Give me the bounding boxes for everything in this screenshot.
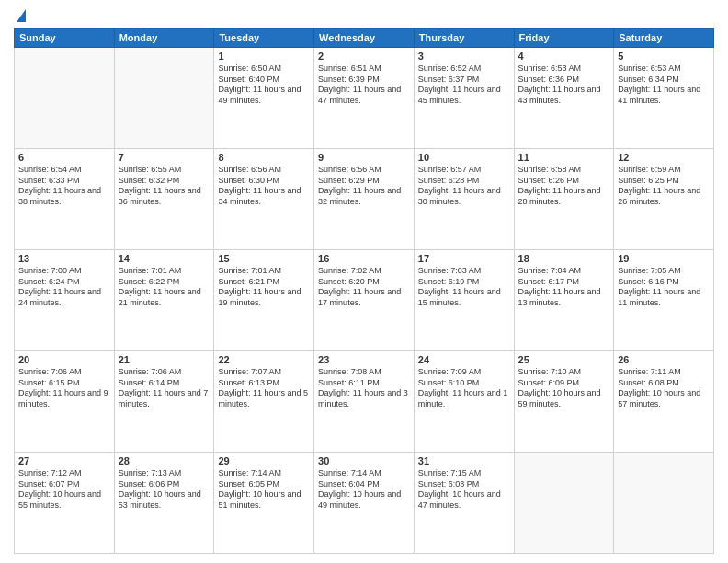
calendar-header-cell: Tuesday bbox=[214, 29, 314, 48]
calendar-cell: 15Sunrise: 7:01 AM Sunset: 6:21 PM Dayli… bbox=[214, 250, 314, 351]
cell-info: Sunrise: 6:59 AM Sunset: 6:25 PM Dayligh… bbox=[618, 165, 710, 208]
cell-info: Sunrise: 7:03 AM Sunset: 6:19 PM Dayligh… bbox=[418, 266, 510, 309]
day-number: 20 bbox=[18, 354, 110, 365]
cell-info: Sunrise: 7:13 AM Sunset: 6:06 PM Dayligh… bbox=[119, 468, 210, 511]
calendar-cell: 26Sunrise: 7:11 AM Sunset: 6:08 PM Dayli… bbox=[614, 351, 714, 453]
calendar-cell: 6Sunrise: 6:54 AM Sunset: 6:33 PM Daylig… bbox=[15, 149, 115, 250]
calendar-week-row: 1Sunrise: 6:50 AM Sunset: 6:40 PM Daylig… bbox=[15, 48, 714, 149]
cell-info: Sunrise: 6:50 AM Sunset: 6:40 PM Dayligh… bbox=[218, 63, 310, 107]
cell-info: Sunrise: 6:56 AM Sunset: 6:29 PM Dayligh… bbox=[318, 165, 410, 208]
cell-info: Sunrise: 7:02 AM Sunset: 6:20 PM Dayligh… bbox=[318, 266, 410, 309]
cell-info: Sunrise: 6:55 AM Sunset: 6:32 PM Dayligh… bbox=[119, 165, 210, 208]
day-number: 29 bbox=[218, 455, 310, 466]
day-number: 8 bbox=[218, 152, 310, 163]
calendar-cell: 11Sunrise: 6:58 AM Sunset: 6:26 PM Dayli… bbox=[514, 149, 614, 250]
day-number: 3 bbox=[418, 51, 510, 62]
cell-info: Sunrise: 6:56 AM Sunset: 6:30 PM Dayligh… bbox=[218, 165, 310, 208]
day-number: 17 bbox=[418, 253, 510, 264]
calendar-cell: 27Sunrise: 7:12 AM Sunset: 6:07 PM Dayli… bbox=[15, 453, 115, 554]
cell-info: Sunrise: 7:04 AM Sunset: 6:17 PM Dayligh… bbox=[518, 266, 610, 309]
calendar-header-cell: Monday bbox=[114, 29, 214, 48]
cell-info: Sunrise: 6:51 AM Sunset: 6:39 PM Dayligh… bbox=[318, 63, 410, 107]
cell-info: Sunrise: 7:14 AM Sunset: 6:04 PM Dayligh… bbox=[318, 468, 410, 511]
cell-info: Sunrise: 7:15 AM Sunset: 6:03 PM Dayligh… bbox=[418, 468, 510, 511]
day-number: 10 bbox=[418, 152, 510, 163]
day-number: 26 bbox=[618, 354, 710, 365]
calendar-header-cell: Saturday bbox=[614, 29, 714, 48]
cell-info: Sunrise: 7:08 AM Sunset: 6:11 PM Dayligh… bbox=[318, 367, 410, 410]
cell-info: Sunrise: 7:11 AM Sunset: 6:08 PM Dayligh… bbox=[618, 367, 710, 410]
day-number: 14 bbox=[119, 253, 210, 264]
calendar-cell: 20Sunrise: 7:06 AM Sunset: 6:15 PM Dayli… bbox=[15, 351, 115, 453]
day-number: 16 bbox=[318, 253, 410, 264]
calendar-cell: 16Sunrise: 7:02 AM Sunset: 6:20 PM Dayli… bbox=[314, 250, 415, 351]
calendar-cell: 7Sunrise: 6:55 AM Sunset: 6:32 PM Daylig… bbox=[114, 149, 214, 250]
day-number: 28 bbox=[119, 455, 210, 466]
calendar-cell: 25Sunrise: 7:10 AM Sunset: 6:09 PM Dayli… bbox=[514, 351, 614, 453]
calendar-cell: 17Sunrise: 7:03 AM Sunset: 6:19 PM Dayli… bbox=[414, 250, 514, 351]
cell-info: Sunrise: 6:58 AM Sunset: 6:26 PM Dayligh… bbox=[518, 165, 610, 208]
calendar-cell bbox=[614, 453, 714, 554]
cell-info: Sunrise: 7:10 AM Sunset: 6:09 PM Dayligh… bbox=[518, 367, 610, 410]
calendar-cell bbox=[514, 453, 614, 554]
day-number: 4 bbox=[518, 51, 610, 62]
day-number: 12 bbox=[618, 152, 710, 163]
calendar-table: SundayMondayTuesdayWednesdayThursdayFrid… bbox=[14, 28, 714, 554]
calendar-cell: 2Sunrise: 6:51 AM Sunset: 6:39 PM Daylig… bbox=[314, 48, 415, 149]
calendar-cell: 13Sunrise: 7:00 AM Sunset: 6:24 PM Dayli… bbox=[15, 250, 115, 351]
day-number: 11 bbox=[518, 152, 610, 163]
day-number: 22 bbox=[218, 354, 310, 365]
calendar-cell: 4Sunrise: 6:53 AM Sunset: 6:36 PM Daylig… bbox=[514, 48, 614, 149]
calendar-header-cell: Wednesday bbox=[314, 29, 415, 48]
calendar-week-row: 20Sunrise: 7:06 AM Sunset: 6:15 PM Dayli… bbox=[15, 351, 714, 453]
logo-blue-text bbox=[14, 9, 26, 20]
logo bbox=[14, 9, 26, 20]
cell-info: Sunrise: 7:01 AM Sunset: 6:22 PM Dayligh… bbox=[119, 266, 210, 309]
cell-info: Sunrise: 6:52 AM Sunset: 6:37 PM Dayligh… bbox=[418, 63, 510, 107]
calendar-header-row: SundayMondayTuesdayWednesdayThursdayFrid… bbox=[15, 29, 714, 48]
day-number: 24 bbox=[418, 354, 510, 365]
calendar-header-cell: Friday bbox=[514, 29, 614, 48]
day-number: 30 bbox=[318, 455, 410, 466]
cell-info: Sunrise: 7:05 AM Sunset: 6:16 PM Dayligh… bbox=[618, 266, 710, 309]
cell-info: Sunrise: 7:09 AM Sunset: 6:10 PM Dayligh… bbox=[418, 367, 510, 410]
calendar-cell: 3Sunrise: 6:52 AM Sunset: 6:37 PM Daylig… bbox=[414, 48, 514, 149]
day-number: 15 bbox=[218, 253, 310, 264]
cell-info: Sunrise: 7:01 AM Sunset: 6:21 PM Dayligh… bbox=[218, 266, 310, 309]
day-number: 9 bbox=[318, 152, 410, 163]
cell-info: Sunrise: 7:12 AM Sunset: 6:07 PM Dayligh… bbox=[18, 468, 110, 511]
calendar-week-row: 27Sunrise: 7:12 AM Sunset: 6:07 PM Dayli… bbox=[15, 453, 714, 554]
cell-info: Sunrise: 7:06 AM Sunset: 6:14 PM Dayligh… bbox=[119, 367, 210, 410]
day-number: 6 bbox=[18, 152, 110, 163]
calendar-cell: 14Sunrise: 7:01 AM Sunset: 6:22 PM Dayli… bbox=[114, 250, 214, 351]
day-number: 2 bbox=[318, 51, 410, 62]
calendar-cell: 24Sunrise: 7:09 AM Sunset: 6:10 PM Dayli… bbox=[414, 351, 514, 453]
calendar-header-cell: Sunday bbox=[15, 29, 115, 48]
cell-info: Sunrise: 7:06 AM Sunset: 6:15 PM Dayligh… bbox=[18, 367, 110, 410]
cell-info: Sunrise: 6:57 AM Sunset: 6:28 PM Dayligh… bbox=[418, 165, 510, 208]
cell-info: Sunrise: 7:14 AM Sunset: 6:05 PM Dayligh… bbox=[218, 468, 310, 511]
calendar-cell: 31Sunrise: 7:15 AM Sunset: 6:03 PM Dayli… bbox=[414, 453, 514, 554]
page: SundayMondayTuesdayWednesdayThursdayFrid… bbox=[0, 0, 728, 563]
header bbox=[14, 9, 714, 20]
calendar-cell: 23Sunrise: 7:08 AM Sunset: 6:11 PM Dayli… bbox=[314, 351, 415, 453]
cell-info: Sunrise: 7:07 AM Sunset: 6:13 PM Dayligh… bbox=[218, 367, 310, 410]
logo-triangle-icon bbox=[17, 9, 26, 22]
day-number: 7 bbox=[119, 152, 210, 163]
calendar-cell: 22Sunrise: 7:07 AM Sunset: 6:13 PM Dayli… bbox=[214, 351, 314, 453]
calendar-cell: 29Sunrise: 7:14 AM Sunset: 6:05 PM Dayli… bbox=[214, 453, 314, 554]
calendar-cell bbox=[114, 48, 214, 149]
calendar-cell bbox=[15, 48, 115, 149]
calendar-cell: 5Sunrise: 6:53 AM Sunset: 6:34 PM Daylig… bbox=[614, 48, 714, 149]
calendar-header-cell: Thursday bbox=[414, 29, 514, 48]
day-number: 18 bbox=[518, 253, 610, 264]
calendar-cell: 28Sunrise: 7:13 AM Sunset: 6:06 PM Dayli… bbox=[114, 453, 214, 554]
day-number: 25 bbox=[518, 354, 610, 365]
day-number: 27 bbox=[18, 455, 110, 466]
calendar-cell: 30Sunrise: 7:14 AM Sunset: 6:04 PM Dayli… bbox=[314, 453, 415, 554]
day-number: 23 bbox=[318, 354, 410, 365]
day-number: 31 bbox=[418, 455, 510, 466]
calendar-cell: 19Sunrise: 7:05 AM Sunset: 6:16 PM Dayli… bbox=[614, 250, 714, 351]
day-number: 5 bbox=[618, 51, 710, 62]
day-number: 19 bbox=[618, 253, 710, 264]
